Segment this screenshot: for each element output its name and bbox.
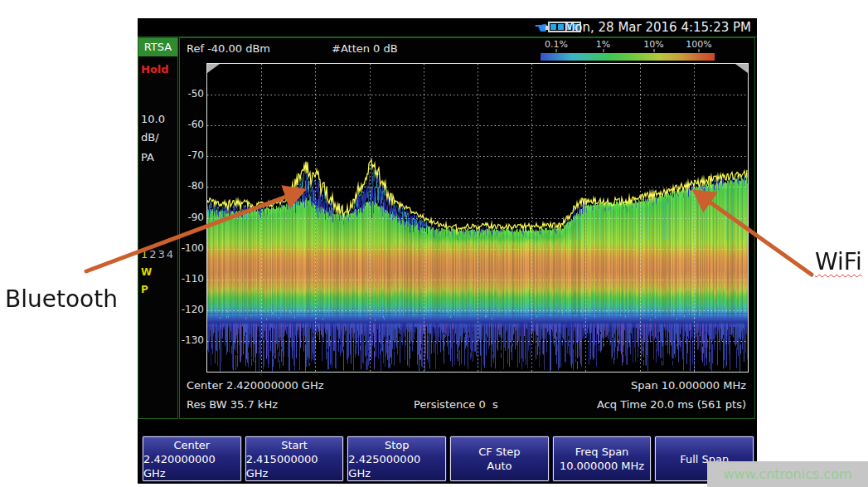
y-axis-label: -130 — [180, 334, 204, 346]
ref-level-label: Ref -40.00 dBm — [187, 42, 270, 55]
softkey-center[interactable]: Center 2.420000000 GHz — [143, 436, 241, 481]
span-annotation: Span 10.000000 MHz — [631, 379, 746, 392]
softkey-freq-span[interactable]: Freq Span 10.000000 MHz — [553, 436, 652, 481]
softkey-value: 2.425000000 GHz — [348, 452, 445, 480]
softkey-label: Start — [281, 438, 308, 452]
softkey-cf-step[interactable]: CF Step Auto — [450, 436, 549, 481]
softkey-label: Freq Span — [575, 445, 629, 459]
trace-mode-label: W — [141, 266, 152, 278]
spectrum-plot — [206, 63, 749, 373]
y-axis-label: -70 — [180, 149, 204, 161]
softkey-value: 10.000000 MHz — [560, 459, 644, 473]
wifi-callout-label: WiFi — [815, 248, 862, 275]
measurement-area: Ref -40.00 dBm #Atten 0 dB 0.1%1%10%100%… — [179, 37, 755, 419]
softkey-label: Center — [173, 438, 210, 452]
y-axis-label: -50 — [180, 88, 204, 100]
left-settings-panel: RTSA Hold 10.0 dB/ PA 1234 W P — [138, 37, 178, 419]
density-scale-tick — [555, 49, 556, 52]
battery-bar — [558, 24, 564, 30]
y-axis-label: -100 — [180, 242, 204, 254]
status-bar: ☚ Mon, 28 Mar 2016 4:15:23 PM — [138, 18, 757, 37]
y-axis-label: -110 — [180, 273, 204, 285]
density-gradient-bar — [541, 53, 715, 61]
density-color-scale: 0.1%1%10%100% — [541, 39, 715, 61]
y-axis-label: -90 — [180, 212, 204, 223]
mode-badge: RTSA — [138, 38, 177, 56]
sweep-state-label: Hold — [141, 63, 169, 75]
softkey-label: CF Step — [478, 445, 520, 459]
y-axis-label: -60 — [180, 119, 204, 130]
center-freq-annotation: Center 2.420000000 GHz — [187, 379, 324, 392]
scale-unit: dB/ — [141, 131, 159, 144]
watermark: www.cntronics.com — [707, 461, 868, 487]
softkey-label: Stop — [385, 438, 410, 452]
softkey-value: 2.420000000 GHz — [143, 452, 240, 480]
instrument-screen: ☚ Mon, 28 Mar 2016 4:15:23 PM RTSA Hold … — [138, 18, 757, 484]
trace-numbers: 1234 — [141, 248, 175, 261]
acq-time-annotation: Acq Time 20.0 ms (561 pts) — [597, 398, 746, 411]
softkey-value: 2.415000000 GHz — [246, 452, 343, 480]
y-axis-label: -120 — [180, 304, 204, 315]
trace-active: 1 — [141, 248, 149, 261]
softkey-stop[interactable]: Stop 2.425000000 GHz — [347, 436, 446, 481]
battery-bar — [550, 24, 556, 30]
preamp-label: PA — [141, 151, 154, 163]
datetime-text: Mon, 28 Mar 2016 4:15:23 PM — [564, 20, 751, 35]
scale-value: 10.0 — [141, 113, 165, 125]
res-bw-annotation: Res BW 35.7 kHz — [187, 398, 278, 411]
softkey-value: Auto — [487, 459, 512, 473]
softkey-start[interactable]: Start 2.415000000 GHz — [245, 436, 344, 481]
attenuation-label: #Atten 0 dB — [332, 42, 398, 55]
y-axis-label: -80 — [180, 180, 204, 192]
softkey-row: Center 2.420000000 GHz Start 2.415000000… — [143, 436, 754, 481]
spectrum-density-canvas — [207, 64, 748, 372]
persistence-annotation: Persistence 0 s — [414, 398, 498, 411]
detector-label: P — [141, 284, 148, 295]
trace-others: 234 — [149, 248, 175, 261]
density-scale-tick — [699, 49, 700, 52]
density-scale-tick — [603, 49, 604, 52]
density-scale-tick — [653, 49, 654, 52]
bluetooth-callout-label: Bluetooth — [5, 285, 118, 313]
